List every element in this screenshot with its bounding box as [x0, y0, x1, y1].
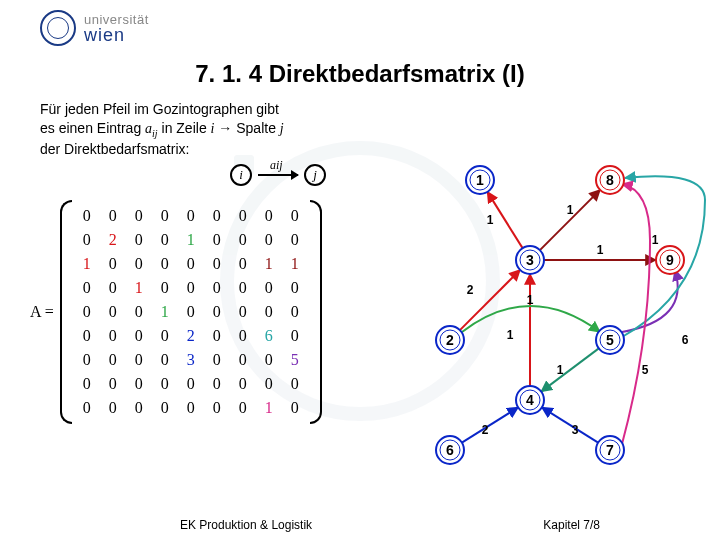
matrix-cell: 0	[204, 252, 230, 276]
matrix-cell: 0	[126, 324, 152, 348]
intro-j: j	[280, 121, 284, 136]
matrix-cell: 0	[126, 228, 152, 252]
matrix-A: A = 000000000020010000100000011001000000…	[30, 200, 322, 424]
matrix-cell: 0	[204, 276, 230, 300]
matrix-cell: 0	[204, 372, 230, 396]
intro-text: Für jeden Pfeil im Gozintographen gibt e…	[40, 100, 360, 159]
matrix-cell: 0	[256, 276, 282, 300]
graph-svg: 121111512361 123456789	[390, 140, 710, 480]
graph-node: 1	[466, 166, 494, 194]
matrix-cell: 0	[100, 300, 126, 324]
matrix-cell: 0	[230, 324, 256, 348]
graph-node: 8	[596, 166, 624, 194]
matrix-cell: 0	[230, 348, 256, 372]
intro-l2a: es einen Eintrag	[40, 120, 145, 136]
matrix-cell: 5	[282, 348, 308, 372]
matrix-cell: 0	[126, 372, 152, 396]
matrix-cell: 0	[74, 276, 100, 300]
edge-weight: 1	[597, 243, 604, 257]
edge-weight: 1	[487, 213, 494, 227]
matrix-cell: 1	[256, 252, 282, 276]
graph-edge	[542, 407, 598, 442]
matrix-cell: 0	[152, 204, 178, 228]
logo-text: universität wien	[84, 13, 149, 44]
matrix-cell: 0	[178, 252, 204, 276]
node-label: 2	[446, 332, 454, 348]
edge-weight: 1	[567, 203, 574, 217]
matrix-cell: 0	[256, 204, 282, 228]
gozintograph: 121111512361 123456789	[390, 140, 710, 460]
matrix-cell: 3	[178, 348, 204, 372]
matrix-cell: 0	[230, 228, 256, 252]
edge-weight: 2	[482, 423, 489, 437]
matrix-cell: 0	[100, 348, 126, 372]
matrix-cell: 0	[74, 372, 100, 396]
matrix-cell: 0	[282, 204, 308, 228]
graph-edge	[541, 348, 599, 391]
mini-node-j: j	[304, 164, 326, 186]
footer-left: EK Produktion & Logistik	[180, 518, 312, 532]
mini-edge-diagram: i aij j	[230, 164, 326, 186]
graph-edge	[462, 407, 518, 442]
matrix-row: 001000000	[74, 276, 308, 300]
matrix-cell: 0	[100, 372, 126, 396]
matrix-cell: 0	[230, 300, 256, 324]
edge-weight: 1	[507, 328, 514, 342]
matrix-cell: 0	[204, 396, 230, 420]
matrix-cell: 0	[282, 324, 308, 348]
matrix-row: 100000011	[74, 252, 308, 276]
matrix-cell: 0	[230, 372, 256, 396]
matrix-cell: 0	[204, 228, 230, 252]
matrix-cell: 2	[100, 228, 126, 252]
matrix-cell: 2	[178, 324, 204, 348]
logo-seal-icon	[40, 10, 76, 46]
intro-arrow: → Spalte	[214, 120, 279, 136]
node-label: 5	[606, 332, 614, 348]
matrix-cell: 0	[152, 396, 178, 420]
edge-weight: 3	[572, 423, 579, 437]
matrix-cell: 0	[152, 324, 178, 348]
intro-l3: der Direktbedarfsmatrix:	[40, 141, 189, 157]
matrix-cell: 0	[230, 276, 256, 300]
matrix-cell: 0	[74, 228, 100, 252]
edge-weight: 1	[527, 293, 534, 307]
matrix-cell: 1	[178, 228, 204, 252]
node-label: 1	[476, 172, 484, 188]
matrix-cell: 1	[74, 252, 100, 276]
mini-arrow-icon: aij	[258, 174, 298, 176]
matrix-cell: 0	[282, 372, 308, 396]
matrix-cell: 0	[282, 228, 308, 252]
matrix-cell: 0	[178, 300, 204, 324]
matrix-cell: 0	[178, 276, 204, 300]
matrix-cell: 1	[256, 396, 282, 420]
graph-node: 9	[656, 246, 684, 274]
matrix-cell: 0	[126, 348, 152, 372]
graph-node: 3	[516, 246, 544, 274]
matrix-cell: 0	[256, 228, 282, 252]
matrix-row: 000000000	[74, 372, 308, 396]
matrix-cell: 0	[74, 324, 100, 348]
graph-node: 6	[436, 436, 464, 464]
matrix-cell: 0	[152, 348, 178, 372]
matrix-row: 000000010	[74, 396, 308, 420]
graph-edge	[622, 184, 650, 444]
matrix-cell: 0	[100, 204, 126, 228]
matrix-cell: 0	[230, 396, 256, 420]
matrix-cell: 0	[178, 204, 204, 228]
matrix-cell: 0	[100, 276, 126, 300]
matrix-cell: 0	[204, 348, 230, 372]
edge-weight: 2	[467, 283, 474, 297]
matrix-cell: 0	[178, 372, 204, 396]
node-label: 9	[666, 252, 674, 268]
matrix-cell: 0	[100, 324, 126, 348]
matrix-cell: 0	[74, 396, 100, 420]
matrix-cell: 0	[204, 324, 230, 348]
node-label: 6	[446, 442, 454, 458]
logo-line1: universität	[84, 13, 149, 26]
matrix-cell: 1	[126, 276, 152, 300]
matrix-cell: 0	[74, 204, 100, 228]
matrix-cell: 0	[256, 348, 282, 372]
graph-node: 4	[516, 386, 544, 414]
matrix-cell: 1	[152, 300, 178, 324]
matrix-cell: 1	[282, 252, 308, 276]
